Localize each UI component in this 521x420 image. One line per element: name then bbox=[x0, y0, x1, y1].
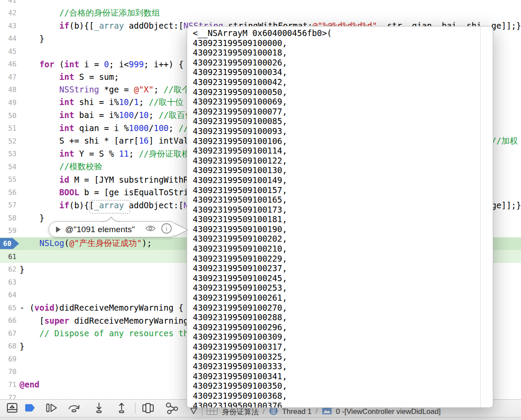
gutter-line-number[interactable]: 57 bbox=[0, 201, 16, 209]
gutter-line-number[interactable]: 48 bbox=[0, 85, 16, 94]
gutter-line-number[interactable]: 62 bbox=[0, 265, 16, 273]
step-into-button[interactable] bbox=[92, 401, 107, 414]
array-element: 430923199509100018, bbox=[193, 48, 493, 58]
code-text: } bbox=[20, 213, 44, 223]
array-element: 430923199509100173, bbox=[193, 205, 493, 215]
code-text: } bbox=[20, 341, 24, 351]
gutter-line-number[interactable]: 60 bbox=[0, 240, 16, 248]
gutter-line-number[interactable]: 55 bbox=[0, 175, 16, 184]
breadcrumb-divider bbox=[202, 407, 202, 417]
breadcrumb-thread[interactable]: Thread 1 bbox=[282, 407, 312, 416]
gutter-line-number[interactable]: 61 bbox=[0, 253, 16, 261]
array-element: 430923199509100202, bbox=[193, 234, 493, 244]
array-element: 430923199509100165, bbox=[193, 195, 493, 205]
gutter-line-number[interactable]: 46 bbox=[0, 60, 16, 68]
array-element: 430923199509100114, bbox=[193, 146, 493, 156]
array-element: 430923199509100368, bbox=[193, 391, 493, 401]
gutter-line-number[interactable]: 65 bbox=[0, 304, 16, 312]
gutter-line-number[interactable]: 44 bbox=[0, 34, 16, 43]
gutter-line-number[interactable]: 71 bbox=[0, 381, 16, 389]
quick-look-eye-icon[interactable] bbox=[145, 223, 156, 236]
code-text: [super didReceiveMemoryWarning]; bbox=[20, 316, 198, 325]
gutter-line-number[interactable]: 54 bbox=[0, 163, 16, 171]
code-text: NSLog(@"产生身份证成功"); bbox=[20, 238, 152, 249]
code-line-42[interactable]: 42//合格的身份证添加到数组 bbox=[0, 7, 521, 20]
array-element: 430923199509100149, bbox=[193, 175, 493, 185]
array-element: 430923199509100245, bbox=[193, 273, 493, 283]
code-text: - (void)didReceiveMemoryWarning { bbox=[20, 303, 184, 312]
location-icon[interactable] bbox=[189, 407, 198, 417]
step-over-button[interactable] bbox=[66, 401, 81, 414]
array-element: 430923199509100130, bbox=[193, 165, 493, 175]
array-element: 430923199509100229, bbox=[193, 254, 493, 264]
code-text: } bbox=[20, 265, 24, 274]
array-element: 430923199509100000, bbox=[193, 38, 493, 48]
datatip-right-tail bbox=[174, 222, 189, 240]
array-element: 430923199509100317, bbox=[193, 342, 493, 352]
code-text: @end bbox=[20, 380, 40, 389]
breadcrumb-frame[interactable]: 0 -[ViewController viewDidLoad] bbox=[336, 407, 441, 416]
memory-graph-button[interactable] bbox=[163, 401, 178, 414]
code-line-41[interactable]: 41 bbox=[0, 0, 521, 7]
datatip-value: @"1091 elements" bbox=[65, 225, 140, 234]
gutter-line-number[interactable]: 69 bbox=[0, 355, 16, 363]
gutter-line-number[interactable]: 51 bbox=[0, 124, 16, 132]
gutter-line-number[interactable]: 66 bbox=[0, 316, 16, 325]
gutter-line-number[interactable]: 52 bbox=[0, 137, 16, 145]
gutter-line-number[interactable]: 70 bbox=[0, 368, 16, 376]
array-element: 430923199509100106, bbox=[193, 136, 493, 146]
array-element: 430923199509100288, bbox=[193, 312, 493, 322]
array-element: 430923199509100309, bbox=[193, 332, 493, 342]
gutter-line-number[interactable]: 59 bbox=[0, 226, 16, 235]
code-text: int Y = S % 11; //身份证取模 bbox=[20, 148, 190, 160]
array-element: 430923199509100034, bbox=[193, 67, 493, 77]
array-element: 430923199509100261, bbox=[193, 293, 493, 303]
breadcrumb-separator: / bbox=[316, 407, 318, 416]
variable-popover[interactable]: <__NSArrayM 0x604000456fb0>( 43092319950… bbox=[187, 26, 493, 408]
debug-bar-divider bbox=[135, 403, 135, 413]
popover-header: <__NSArrayM 0x604000456fb0>( bbox=[193, 28, 493, 38]
gutter-line-number[interactable]: 50 bbox=[0, 112, 16, 120]
gutter-line-number[interactable]: 43 bbox=[0, 22, 16, 30]
array-element: 430923199509100350, bbox=[193, 381, 493, 391]
gutter-line-number[interactable]: 42 bbox=[0, 9, 16, 17]
info-icon[interactable]: i bbox=[161, 223, 172, 236]
gutter-line-number[interactable]: 53 bbox=[0, 150, 16, 158]
gutter-line-number[interactable]: 41 bbox=[0, 0, 16, 4]
array-element: 430923199509100376, bbox=[193, 401, 493, 408]
breakpoints-toggle-button[interactable] bbox=[23, 401, 37, 414]
code-text: } bbox=[20, 34, 44, 43]
popover-scrollbar[interactable] bbox=[480, 26, 481, 407]
array-element: 430923199509100210, bbox=[193, 244, 493, 254]
array-element: 430923199509100085, bbox=[193, 116, 493, 126]
gutter-line-number[interactable]: 68 bbox=[0, 342, 16, 350]
array-element: 430923199509100050, bbox=[193, 87, 493, 97]
gutter-line-number[interactable]: 67 bbox=[0, 329, 16, 338]
gutter-line-number[interactable]: 56 bbox=[0, 188, 16, 197]
svg-text:i: i bbox=[165, 225, 167, 232]
gutter-line-number[interactable]: 58 bbox=[0, 214, 16, 222]
disclosure-triangle-icon[interactable] bbox=[56, 226, 61, 233]
gutter-line-number[interactable]: 49 bbox=[0, 98, 16, 107]
gutter-line-number[interactable]: 45 bbox=[0, 47, 16, 56]
gutter-line-number[interactable]: 47 bbox=[0, 73, 16, 81]
code-text: int shi = i%10/1; //取十位 bbox=[20, 97, 183, 108]
code-text: for (int i = 0; i<999; i++) { bbox=[20, 59, 184, 69]
array-element: 430923199509100296, bbox=[193, 322, 493, 332]
array-element: 430923199509100181, bbox=[193, 214, 493, 224]
hide-debug-area-button[interactable] bbox=[5, 401, 20, 414]
variables-view-edge bbox=[0, 417, 521, 420]
array-element: 430923199509100253, bbox=[193, 283, 493, 293]
array-element: 430923199509100122, bbox=[193, 156, 493, 166]
step-out-button[interactable] bbox=[115, 401, 129, 414]
xcode-window: 4142//合格的身份证添加到数组43if(b){[_array addObje… bbox=[0, 0, 521, 420]
code-text: int S = sum; bbox=[20, 72, 119, 82]
continue-button[interactable] bbox=[43, 401, 58, 414]
array-element: 430923199509100341, bbox=[193, 371, 493, 381]
code-text: int bai = i%100/10; //取百位 bbox=[20, 110, 193, 121]
gutter-line-number[interactable]: 63 bbox=[0, 278, 16, 286]
breadcrumb-process[interactable]: 身份证算法 bbox=[222, 407, 259, 417]
gutter-line-number[interactable]: 64 bbox=[0, 291, 16, 299]
array-element: 430923199509100157, bbox=[193, 185, 493, 195]
view-hierarchy-button[interactable] bbox=[140, 401, 155, 414]
